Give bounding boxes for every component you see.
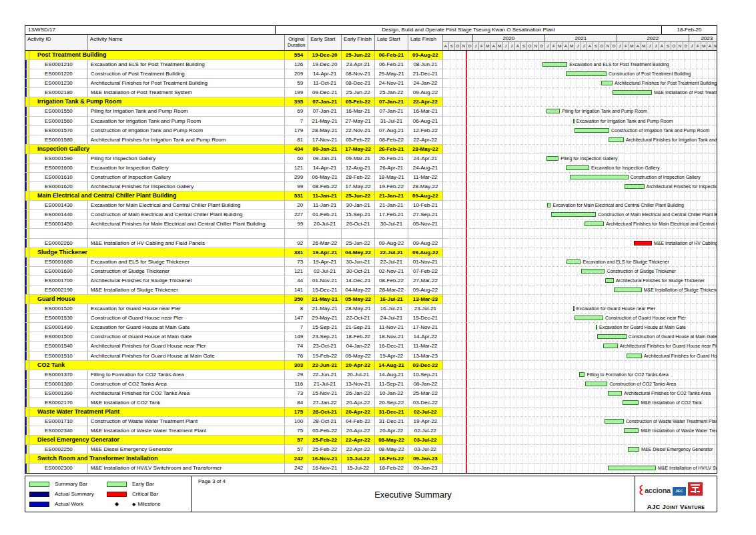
activity-id: ES0001620	[29, 182, 88, 191]
gantt-row: M&E Installation of HV Cabling and Field…	[443, 239, 717, 248]
gantt-row: Construction of Post Treatment Building	[443, 69, 717, 79]
gantt-bar	[608, 391, 622, 396]
late-finish: 22-Apr-22	[408, 135, 443, 145]
late-start: 18-May-21	[375, 173, 408, 182]
gantt-bar	[573, 306, 575, 311]
gantt-bar-label: Construction of Main Electrical and Cent…	[598, 210, 717, 219]
gantt-bar	[573, 119, 575, 123]
late-finish: 08-Jun-21	[408, 60, 443, 69]
early-finish: 20-Apr-22	[342, 426, 375, 436]
section-late-start: 26-Feb-21	[375, 145, 408, 154]
late-start: 18-Feb-22	[375, 464, 408, 473]
section-name: Inspection Gallery	[29, 145, 285, 154]
gantt-bar-label: Piling for Irrigation Tank and Pump Room	[562, 107, 647, 116]
original-duration: 179	[285, 126, 308, 135]
activity-id: ES0002340	[29, 426, 88, 436]
activity-id: ES0001600	[29, 163, 88, 173]
section-duration: 57	[285, 436, 308, 445]
original-duration: 57	[285, 445, 308, 454]
gantt-bar-label: Construction of Waste Water Treatment Pl…	[626, 417, 717, 426]
late-start: 09-Aug-22	[375, 239, 408, 248]
activity-row: ES0001540 Architectural Finishes for Gua…	[25, 342, 717, 351]
activity-name: Architectural Finishes for Guard House n…	[88, 342, 285, 351]
jec-logo: JEC	[673, 487, 686, 496]
col-header-original-duration: Original Duration	[285, 35, 308, 50]
early-finish: 05-May-22	[342, 352, 375, 361]
section-early-start: 21-May-21	[308, 295, 342, 304]
col-header-early-finish: Early Finish	[342, 35, 375, 50]
timeline-month: D	[683, 42, 689, 50]
section-name: CO2 Tank	[29, 361, 285, 370]
activity-name: Excavation for Irrigation Tank and Pump …	[88, 117, 285, 126]
activity-id: ES0002180	[29, 88, 88, 97]
section-early-start: 19-Dec-20	[308, 51, 342, 60]
activity-row: ES0002170 M&E Installation of CO2 Tank 8…	[25, 398, 717, 408]
section-early-start: 28-Oct-21	[308, 408, 342, 417]
gantt-bar	[627, 354, 642, 358]
activity-name: Architectural Finishes for Inspection Ga…	[88, 182, 285, 191]
section-late-start: 07-Jan-21	[375, 97, 408, 107]
early-start: 26-Mar-22	[308, 239, 342, 248]
activity-row: ES0001230 Architectural Finishes for Pos…	[25, 79, 717, 88]
early-finish: 22-Apr-22	[342, 445, 375, 454]
gantt-row: Construction of Waste Water Treatment Pl…	[443, 417, 717, 426]
early-finish: 27-May-21	[342, 117, 375, 126]
timeline-year	[443, 35, 473, 42]
gantt-bar	[546, 156, 558, 161]
activity-id: ES0002260	[29, 239, 88, 248]
timeline-month: A	[515, 42, 521, 50]
early-start: 16-Nov-21	[308, 464, 342, 473]
gantt-row: M&E Installation of CO2 Tank	[443, 398, 717, 408]
early-finish: 13-Nov-21	[342, 380, 375, 389]
original-duration: 81	[285, 135, 308, 145]
report-document: 13/WSD/17 Design, Build and Operate Firs…	[25, 25, 717, 512]
early-start: 15-Sep-21	[308, 323, 342, 332]
early-finish: 04-Jan-22	[342, 342, 375, 351]
column-header-row: Activity ID Activity Name Original Durat…	[25, 35, 717, 51]
activity-id: ES0001530	[29, 314, 88, 323]
late-finish: 25-Mar-22	[408, 389, 443, 398]
original-duration: 147	[285, 314, 308, 323]
early-start: 28-May-21	[308, 126, 342, 135]
late-finish: 09-Aug-22	[408, 286, 443, 295]
gantt-bar	[585, 382, 608, 386]
gantt-bar	[614, 288, 642, 292]
section-late-finish: 28-May-22	[408, 145, 443, 154]
late-finish: 21-Dec-21	[408, 69, 443, 79]
early-finish: 05-Feb-22	[342, 135, 375, 145]
gantt-row: Excavation for Guard House near Pier	[443, 304, 717, 314]
late-start: 19-Feb-22	[375, 182, 408, 191]
section-early-start: 09-Jan-21	[308, 145, 342, 154]
activity-id: ES0001380	[29, 380, 88, 389]
activity-id: ES0001210	[29, 60, 88, 69]
report-title-bar: 13/WSD/17 Design, Build and Operate Firs…	[25, 25, 717, 35]
early-start: 27-Jan-22	[308, 398, 342, 408]
early-finish: 30-Jan-21	[342, 201, 375, 210]
early-start: 09-Jan-21	[308, 154, 342, 163]
gantt-bar	[585, 221, 604, 226]
early-start: 25-Feb-22	[308, 445, 342, 454]
activity-row	[25, 229, 717, 238]
gantt-bar-label: Construction of Inspection Gallery	[631, 173, 701, 182]
late-start: 24-Nov-21	[375, 79, 408, 88]
activity-id: ES0001450	[29, 219, 88, 229]
late-start: 30-Jul-21	[375, 219, 408, 229]
section-row: CO2 Tank 303 22-Jun-21 20-Apr-22 14-Aug-…	[25, 361, 717, 370]
gantt-row	[443, 191, 717, 201]
early-start: 15-Nov-21	[308, 389, 342, 398]
gantt-bar	[596, 325, 597, 330]
gantt-row: Construction of Main Electrical and Cent…	[443, 210, 717, 219]
timeline-month: M	[641, 42, 647, 50]
section-early-finish: 25-Jun-22	[342, 51, 375, 60]
legend-label: Actual Work	[55, 501, 101, 507]
section-late-finish: 09-Aug-22	[408, 191, 443, 201]
activity-row: ES0001440 Construction of Main Electrica…	[25, 210, 717, 219]
section-late-start: 31-Dec-21	[375, 408, 408, 417]
late-start	[375, 229, 408, 238]
section-duration: 381	[285, 248, 308, 257]
gantt-bar-label: M&E Installation of Post Treatment Syste…	[654, 88, 717, 97]
activity-id: ES0001220	[29, 69, 88, 79]
original-duration: 199	[285, 88, 308, 97]
activity-row: ES0002250 M&E Diesel Emergency Generator…	[25, 445, 717, 454]
activity-row: ES0001680 Excavation and ELS for Sludge …	[25, 257, 717, 267]
